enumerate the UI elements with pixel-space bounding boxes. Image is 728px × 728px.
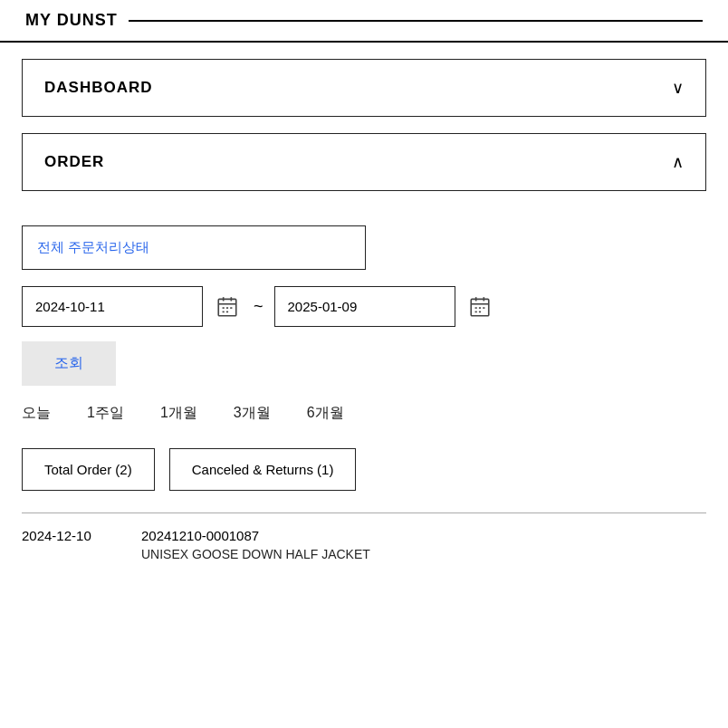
quick-date-item[interactable]: 오늘 bbox=[22, 404, 51, 423]
order-label: ORDER bbox=[44, 153, 104, 171]
orders-divider bbox=[22, 512, 706, 513]
date-range-row: ~ bbox=[22, 286, 706, 327]
tab-button[interactable]: Total Order (2) bbox=[22, 448, 155, 491]
tab-button[interactable]: Canceled & Returns (1) bbox=[169, 448, 357, 491]
dashboard-accordion-header[interactable]: DASHBOARD ∨ bbox=[23, 60, 705, 116]
calendar-to-icon[interactable] bbox=[465, 292, 495, 322]
order-id: 20241210-0001087 bbox=[141, 528, 706, 543]
dashboard-label: DASHBOARD bbox=[44, 79, 153, 97]
quick-date-item[interactable]: 6개월 bbox=[307, 404, 344, 423]
order-content: 전체 주문처리상태 ~ bbox=[0, 207, 728, 594]
date-to-input[interactable] bbox=[274, 286, 455, 327]
order-date: 2024-12-10 bbox=[22, 528, 112, 543]
order-accordion: ORDER ∧ bbox=[22, 133, 706, 191]
calendar-from-icon[interactable] bbox=[212, 292, 243, 322]
order-row: 2024-12-10 20241210-0001087 UNISEX GOOSE… bbox=[22, 528, 706, 572]
page-title: MY DUNST bbox=[25, 11, 118, 30]
header-divider bbox=[129, 20, 703, 22]
dashboard-accordion: DASHBOARD ∨ bbox=[22, 59, 706, 117]
order-accordion-header[interactable]: ORDER ∧ bbox=[23, 134, 705, 190]
tabs-row: Total Order (2)Canceled & Returns (1) bbox=[22, 448, 706, 491]
dashboard-chevron-icon: ∨ bbox=[672, 78, 684, 98]
date-range-tilde: ~ bbox=[252, 297, 265, 316]
quick-date-row: 오늘1주일1개월3개월6개월 bbox=[22, 404, 706, 423]
page-header: MY DUNST bbox=[0, 0, 728, 43]
order-details: 20241210-0001087 UNISEX GOOSE DOWN HALF … bbox=[141, 528, 706, 561]
status-filter-input[interactable]: 전체 주문처리상태 bbox=[22, 225, 366, 270]
quick-date-item[interactable]: 1주일 bbox=[87, 404, 124, 423]
search-button[interactable]: 조회 bbox=[22, 341, 116, 386]
quick-date-item[interactable]: 3개월 bbox=[234, 404, 271, 423]
date-from-input[interactable] bbox=[22, 286, 203, 327]
order-product: UNISEX GOOSE DOWN HALF JACKET bbox=[141, 547, 706, 561]
order-chevron-icon: ∧ bbox=[672, 152, 684, 172]
quick-date-item[interactable]: 1개월 bbox=[160, 404, 197, 423]
